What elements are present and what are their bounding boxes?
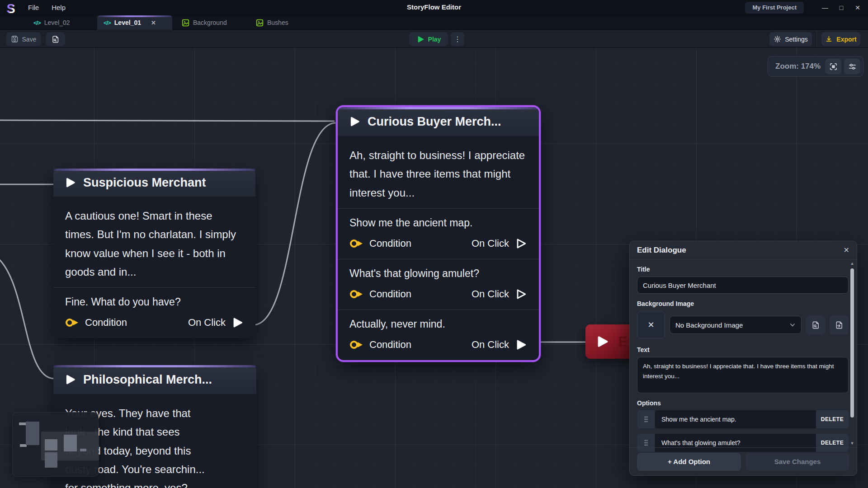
menu-help[interactable]: Help	[45, 0, 72, 15]
edit-dialogue-panel: Edit Dialogue ✕ Title Background Image ✕…	[629, 241, 857, 476]
dialogue-option[interactable]: Actually, never mind. Condition On Click	[338, 310, 539, 360]
minimap-node	[64, 435, 77, 451]
play-button[interactable]: Play	[409, 32, 448, 46]
panel-title: Edit Dialogue	[637, 246, 844, 255]
dialogue-option[interactable]: Show me the ancient map. Condition On Cl…	[338, 209, 539, 259]
condition-port[interactable]: Condition	[349, 238, 411, 249]
condition-port[interactable]: Condition	[349, 339, 411, 351]
delete-option-button[interactable]: DELETE	[816, 410, 849, 428]
option-text: Show me the ancient map.	[349, 217, 527, 229]
tab-close-icon[interactable]: ✕	[151, 19, 156, 26]
output-arrow-icon-connected	[231, 316, 244, 329]
download-icon	[825, 35, 833, 43]
tab-level-02[interactable]: </> Level_02	[27, 15, 76, 30]
end-node-label: E	[618, 333, 627, 350]
import-image-button[interactable]	[830, 315, 849, 334]
image-icon	[182, 19, 189, 27]
node-header[interactable]: Suspicious Merchant	[53, 169, 255, 197]
fit-view-button[interactable]	[825, 59, 841, 74]
minimap[interactable]	[12, 412, 99, 477]
browse-image-button[interactable]	[806, 315, 825, 334]
drag-dots-icon	[644, 416, 648, 423]
tab-label: Level_02	[44, 19, 70, 26]
play-icon	[64, 177, 76, 188]
tab-background[interactable]: Background	[175, 15, 233, 30]
drag-dots-icon	[644, 439, 648, 446]
save-changes-button[interactable]: Save Changes	[745, 453, 849, 471]
node-dialogue-text: Ah, straight to business! I appreciate t…	[338, 136, 539, 209]
node-header[interactable]: Curious Buyer Merch...	[338, 107, 539, 136]
code-icon: </>	[104, 19, 111, 26]
gear-icon	[774, 35, 781, 43]
save-button[interactable]: Save	[6, 32, 41, 46]
drag-handle[interactable]	[637, 410, 655, 428]
on-click-port[interactable]: On Click	[472, 338, 527, 351]
export-button[interactable]: Export	[821, 32, 860, 46]
background-image-dropdown[interactable]: No Background Image	[670, 316, 802, 334]
file-search-button[interactable]	[46, 32, 65, 46]
scroll-up-icon[interactable]: ▲	[849, 261, 855, 266]
panel-footer: + Add Option Save Changes	[630, 447, 857, 475]
clear-image-icon[interactable]: ✕	[647, 320, 654, 330]
dialogue-option[interactable]: Fine. What do you have? Condition On Cli…	[53, 288, 255, 338]
image-icon	[256, 19, 264, 27]
tab-label: Bushes	[267, 19, 288, 26]
node-title: Suspicious Merchant	[83, 176, 206, 190]
save-label: Save	[22, 36, 37, 43]
node-title: Philosophical Merch...	[83, 373, 212, 387]
condition-port[interactable]: Condition	[65, 317, 127, 328]
minimap-node	[80, 449, 86, 451]
dialogue-text-textarea[interactable]: Ah, straight to business! I appreciate t…	[637, 357, 849, 393]
play-icon	[416, 35, 425, 43]
option-text-input[interactable]: Show me the ancient map.	[655, 410, 816, 428]
minimap-node	[45, 452, 57, 468]
condition-port[interactable]: Condition	[349, 288, 411, 300]
edge-to-curious-node	[0, 120, 335, 121]
play-options-kebab-button[interactable]: ⋮	[451, 32, 464, 46]
play-icon	[64, 374, 76, 385]
options-section-label: Options	[637, 399, 849, 407]
panel-scrollbar[interactable]: ▲ ▼	[849, 261, 855, 446]
app-title: StoryFlow Editor	[407, 0, 461, 15]
on-click-port[interactable]: On Click	[472, 288, 527, 300]
dropdown-value: No Background Image	[675, 321, 743, 329]
edge-to-philosophical-node	[0, 257, 54, 379]
text-line: for something more, yes?	[65, 479, 245, 488]
view-settings-button[interactable]	[844, 59, 860, 74]
minimap-node	[45, 439, 57, 450]
close-window-button[interactable]: ✕	[851, 1, 864, 14]
maximize-button[interactable]: □	[835, 1, 848, 14]
settings-button[interactable]: Settings	[769, 32, 812, 46]
panel-content: Title Background Image ✕ No Background I…	[630, 259, 849, 447]
settings-label: Settings	[785, 36, 808, 43]
zoom-indicator: Zoom: 174%	[768, 56, 863, 77]
scroll-down-icon[interactable]: ▼	[849, 441, 855, 446]
scrollbar-thumb[interactable]	[850, 268, 854, 418]
node-header[interactable]: Philosophical Merch...	[53, 365, 256, 394]
tab-label: Level_01	[114, 19, 141, 26]
node-suspicious-merchant[interactable]: Suspicious Merchant A cautious one! Smar…	[53, 169, 255, 338]
play-icon	[595, 335, 609, 348]
svg-text:S: S	[6, 1, 15, 16]
dialogue-title-input[interactable]	[637, 277, 849, 294]
node-title: Curious Buyer Merch...	[368, 115, 501, 129]
condition-icon	[65, 318, 80, 328]
panel-close-icon[interactable]: ✕	[844, 246, 849, 254]
add-option-button[interactable]: + Add Option	[637, 453, 741, 471]
node-curious-buyer-merchant-selected[interactable]: Curious Buyer Merch... Ah, straight to b…	[336, 105, 541, 362]
on-click-port[interactable]: On Click	[472, 237, 527, 250]
condition-label: Condition	[85, 317, 127, 328]
menu-file[interactable]: File	[22, 0, 45, 15]
tab-level-01[interactable]: </> Level_01 ✕	[97, 15, 172, 30]
minimize-button[interactable]: —	[818, 1, 832, 14]
on-click-port[interactable]: On Click	[188, 316, 244, 329]
background-image-preview[interactable]: ✕	[637, 311, 665, 339]
tab-bushes[interactable]: Bushes	[250, 15, 295, 30]
fit-view-icon	[829, 62, 838, 71]
title-field-label: Title	[637, 266, 849, 273]
dialogue-option[interactable]: What's that glowing amulet? Condition On…	[338, 259, 539, 310]
tab-label: Background	[193, 19, 227, 26]
output-arrow-icon-connected	[514, 338, 527, 351]
play-label: Play	[428, 36, 441, 43]
chevron-down-icon	[789, 322, 796, 328]
